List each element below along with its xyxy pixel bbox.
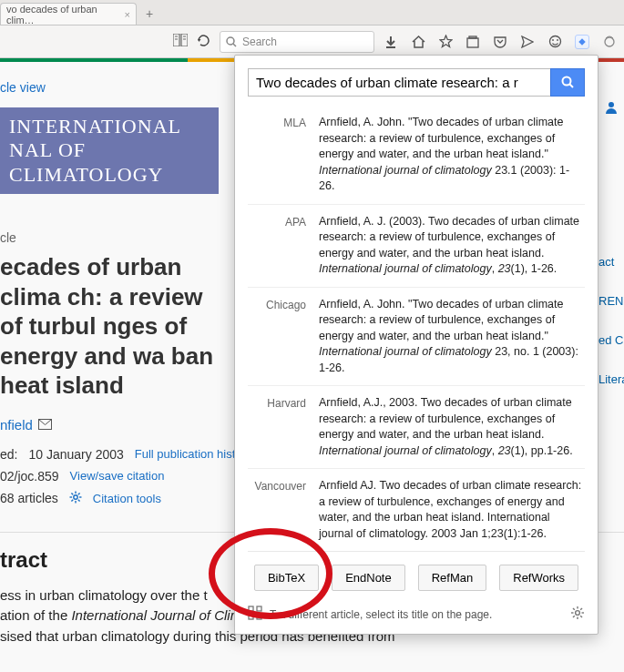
svg-line-8: [233, 44, 236, 46]
browser-search-input[interactable]: Search: [220, 31, 374, 53]
bookmark-star-icon[interactable]: [438, 35, 453, 49]
journal-banner-line1: INTERNATIONAL: [9, 115, 210, 138]
svg-line-39: [573, 608, 575, 610]
citation-text[interactable]: Arnfield AJ. Two decades of urban climat…: [319, 478, 585, 542]
svg-rect-0: [173, 34, 179, 46]
svg-line-26: [71, 499, 73, 501]
browser-tab[interactable]: vo decades of urban clim… ×: [0, 3, 137, 25]
author-link[interactable]: nfield: [0, 417, 33, 433]
citation-extension-icon[interactable]: [575, 35, 589, 49]
svg-line-41: [580, 608, 582, 610]
search-placeholder: Search: [242, 36, 277, 48]
citation-style-label: Chicago: [248, 297, 306, 377]
pocket-icon[interactable]: [493, 35, 507, 49]
popup-search-input[interactable]: [248, 68, 550, 97]
citation-style-label: APA: [248, 214, 306, 278]
svg-marker-6: [198, 39, 201, 42]
svg-rect-32: [249, 615, 253, 619]
citation-row: VancouverArnfield AJ. Two decades of urb…: [248, 469, 585, 551]
settings-gear-icon[interactable]: [570, 606, 585, 623]
citation-style-label: Harvard: [248, 395, 306, 459]
svg-point-28: [562, 77, 570, 86]
sidebar-link[interactable]: RENCE: [598, 294, 624, 308]
svg-rect-33: [257, 615, 261, 619]
citation-popup: MLAArnfield, A. John. "Two decades of ur…: [234, 55, 598, 635]
popup-search-button[interactable]: [550, 68, 585, 97]
full-pub-history-link[interactable]: Full publication hist: [135, 447, 236, 461]
citation-text[interactable]: Arnfield, A. John. "Two decades of urban…: [319, 297, 585, 377]
gear-icon: [69, 491, 82, 506]
citation-row: HarvardArnfield, A.J., 2003. Two decades…: [248, 386, 585, 469]
export-refworks-button[interactable]: RefWorks: [499, 565, 578, 591]
svg-marker-15: [578, 38, 586, 46]
svg-line-25: [78, 493, 80, 494]
browser-toolbar: Search: [0, 25, 624, 58]
svg-point-27: [609, 102, 614, 107]
citation-row: APAArnfield, A. J. (2003). Two decades o…: [248, 205, 585, 288]
svg-line-42: [573, 616, 575, 617]
svg-rect-1: [181, 34, 188, 46]
citation-row: MLAArnfield, A. John. "Two decades of ur…: [248, 106, 585, 205]
browser-tab-strip: vo decades of urban clim… × +: [0, 0, 624, 25]
search-icon: [226, 36, 237, 47]
export-refman-button[interactable]: RefMan: [418, 565, 487, 591]
published-label: ed:: [0, 447, 17, 462]
tab-title: vo decades of urban clim…: [6, 4, 125, 25]
svg-point-14: [557, 39, 558, 41]
sidebar-link[interactable]: ed Cor: [598, 333, 624, 347]
published-date: 10 January 2003: [28, 447, 123, 462]
save-citation-link[interactable]: View/save citation: [70, 469, 165, 483]
citation-style-label: Vancouver: [248, 478, 306, 542]
profile-icon[interactable]: [604, 100, 619, 117]
reload-icon[interactable]: [197, 34, 210, 50]
right-sidebar: act RENCE ed Cor Litera: [598, 255, 624, 412]
citation-text[interactable]: Arnfield, A. John. "Two decades of urban…: [319, 115, 585, 195]
svg-point-18: [74, 494, 77, 498]
search-icon: [561, 76, 575, 89]
mail-icon[interactable]: [38, 417, 52, 433]
send-icon[interactable]: [520, 35, 535, 49]
svg-point-34: [576, 611, 580, 616]
citation-row: ChicagoArnfield, A. John. "Two decades o…: [248, 288, 585, 387]
svg-rect-31: [257, 606, 261, 611]
svg-line-24: [78, 499, 80, 501]
article-title: ecades of urban clima ch: a review of tu…: [0, 252, 228, 401]
svg-point-16: [605, 37, 614, 46]
journal-banner: INTERNATIONAL NAL OF CLIMATOLOGY: [0, 107, 219, 194]
svg-point-13: [552, 39, 554, 41]
downloads-icon[interactable]: [384, 35, 398, 49]
citation-style-label: MLA: [248, 115, 306, 195]
svg-line-40: [580, 616, 582, 617]
sidebar-link[interactable]: act: [598, 255, 624, 269]
popup-hint: T a different article, select its title …: [270, 608, 563, 621]
new-tab-button[interactable]: +: [137, 3, 162, 25]
svg-rect-11: [469, 36, 476, 38]
svg-line-29: [569, 85, 573, 88]
svg-point-7: [227, 37, 234, 45]
reader-view-icon[interactable]: [173, 34, 188, 49]
library-icon[interactable]: [465, 35, 480, 49]
journal-banner-line2: NAL OF CLIMATOLOGY: [9, 138, 210, 187]
selection-icon: [248, 606, 262, 623]
addon-icon[interactable]: [602, 35, 617, 49]
doi-text: 02/joc.859: [0, 469, 59, 484]
export-endnote-button[interactable]: EndNote: [332, 565, 405, 591]
svg-rect-10: [467, 38, 478, 47]
cited-by-count: 68 articles: [0, 491, 58, 505]
export-bibtex-button[interactable]: BibTeX: [254, 565, 319, 591]
home-icon[interactable]: [411, 35, 425, 49]
citation-text[interactable]: Arnfield, A.J., 2003. Two decades of urb…: [319, 395, 585, 459]
smiley-icon[interactable]: [547, 35, 562, 49]
citation-tools-link[interactable]: Citation tools: [93, 492, 161, 505]
close-icon[interactable]: ×: [125, 9, 130, 20]
svg-rect-30: [249, 606, 253, 611]
sidebar-link[interactable]: Litera: [598, 372, 624, 386]
citation-text[interactable]: Arnfield, A. J. (2003). Two decades of u…: [319, 214, 585, 278]
svg-line-23: [71, 493, 73, 494]
